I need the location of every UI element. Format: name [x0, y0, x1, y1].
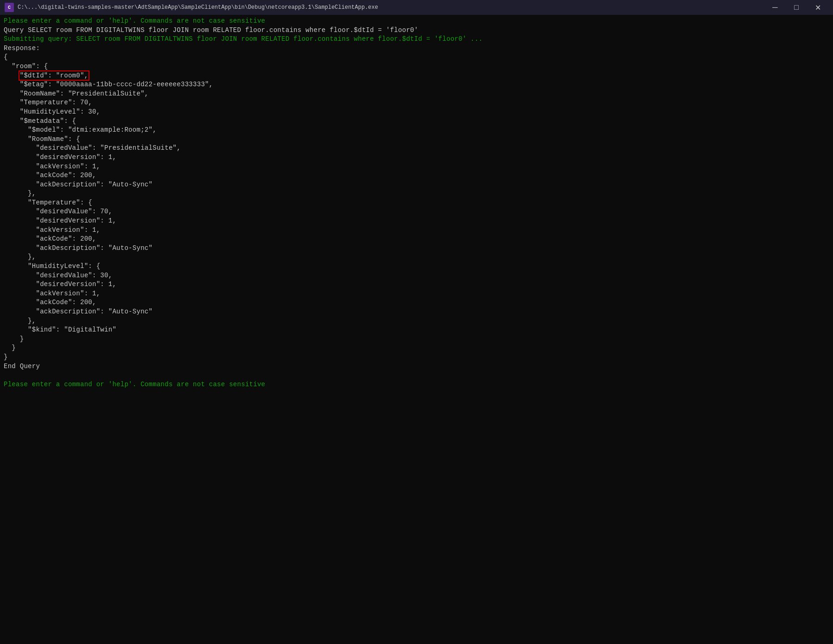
json-line-13: "ackCode": 200,	[4, 171, 829, 180]
json-line-24: "desiredValue": 30,	[4, 271, 829, 281]
json-line-19: "ackVersion": 1,	[4, 226, 829, 235]
json-line-30: "$kind": "DigitalTwin"	[4, 325, 829, 335]
empty-line	[4, 371, 829, 380]
title-bar: C C:\...\digital-twins-samples-master\Ad…	[0, 0, 833, 15]
close-button[interactable]: ✕	[807, 0, 828, 15]
prompt-line-2: Please enter a command or 'help'. Comman…	[4, 380, 829, 389]
response-label: Response:	[4, 44, 829, 53]
json-line-17: "desiredValue": 70,	[4, 207, 829, 217]
json-line-2: "$dtId": "room0",	[4, 71, 829, 81]
json-line-29: },	[4, 317, 829, 326]
minimize-button[interactable]: ─	[764, 0, 786, 15]
json-line-32: }	[4, 344, 829, 353]
dtid-highlighted: "$dtId": "room0",	[20, 72, 89, 79]
json-line-25: "desiredVersion": 1,	[4, 280, 829, 289]
app-icon: C	[5, 3, 14, 12]
maximize-button[interactable]: □	[786, 0, 807, 15]
console-output[interactable]: Please enter a command or 'help'. Comman…	[0, 15, 833, 644]
json-line-28: "ackDescription": "Auto-Sync"	[4, 307, 829, 317]
prompt-line-1: Please enter a command or 'help'. Comman…	[4, 17, 829, 26]
json-line-8: "$model": "dtmi:example:Room;2",	[4, 126, 829, 135]
json-line-12: "ackVersion": 1,	[4, 162, 829, 172]
submitting-line: Submitting query: SELECT room FROM DIGIT…	[4, 35, 829, 44]
json-line-0: {	[4, 53, 829, 62]
json-line-7: "$metadata": {	[4, 117, 829, 126]
json-line-20: "ackCode": 200,	[4, 235, 829, 244]
json-line-4: "RoomName": "PresidentialSuite",	[4, 89, 829, 99]
query-input-line: Query SELECT room FROM DIGITALTWINS floo…	[4, 26, 829, 35]
json-line-1: "room": {	[4, 62, 829, 71]
json-line-18: "desiredVersion": 1,	[4, 217, 829, 226]
window-title: C:\...\digital-twins-samples-master\AdtS…	[18, 4, 764, 11]
console-window: C C:\...\digital-twins-samples-master\Ad…	[0, 0, 833, 644]
json-line-15: },	[4, 189, 829, 198]
json-line-16: "Temperature": {	[4, 198, 829, 208]
json-line-11: "desiredVersion": 1,	[4, 153, 829, 162]
json-line-23: "HumidityLevel": {	[4, 262, 829, 271]
json-line-9: "RoomName": {	[4, 135, 829, 144]
json-line-31: }	[4, 335, 829, 344]
end-query-line: End Query	[4, 362, 829, 371]
json-line-14: "ackDescription": "Auto-Sync"	[4, 180, 829, 190]
json-line-27: "ackCode": 200,	[4, 298, 829, 307]
json-line-3: "$etag": "0000aaaa-11bb-cccc-dd22-eeeeee…	[4, 80, 829, 89]
json-line-6: "HumidityLevel": 30,	[4, 108, 829, 117]
json-line-21: "ackDescription": "Auto-Sync"	[4, 244, 829, 253]
json-line-33: }	[4, 353, 829, 362]
json-line-26: "ackVersion": 1,	[4, 289, 829, 299]
json-line-5: "Temperature": 70,	[4, 98, 829, 108]
window-controls: ─ □ ✕	[764, 0, 828, 15]
json-line-22: },	[4, 253, 829, 262]
json-line-10: "desiredValue": "PresidentialSuite",	[4, 144, 829, 153]
